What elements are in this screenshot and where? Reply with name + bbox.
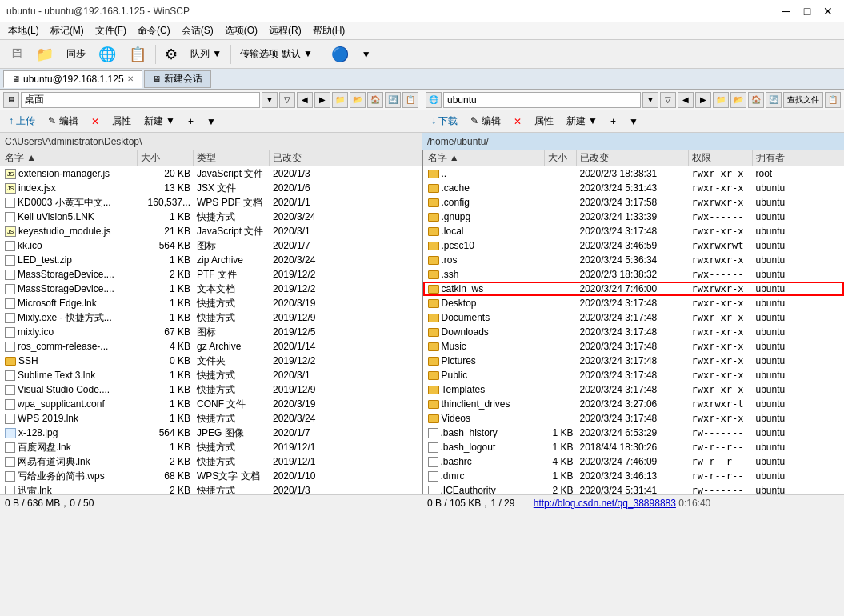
addr-folder2-right[interactable]: 📂: [730, 92, 746, 108]
upload-button[interactable]: ↑ 上传: [3, 113, 41, 130]
right-col-name[interactable]: 名字 ▲: [425, 150, 545, 166]
addr-input-left[interactable]: [21, 92, 260, 108]
menu-session[interactable]: 会话(S): [177, 22, 218, 39]
right-file-row[interactable]: .ros 2020/3/24 5:36:34 rwxrwxr-x ubuntu: [423, 253, 845, 267]
toolbar-transfer[interactable]: 传输选项 默认 ▼: [234, 43, 318, 66]
right-file-row[interactable]: catkin_ws 2020/3/24 7:46:00 rwxrwxr-x ub…: [423, 282, 845, 296]
addr-forward-right[interactable]: ▶: [695, 92, 711, 108]
more-right-button[interactable]: ▼: [623, 113, 644, 130]
left-col-type[interactable]: 类型: [194, 150, 270, 166]
addr-refresh-right[interactable]: 🔄: [766, 92, 782, 108]
addr-copy-left[interactable]: 📋: [402, 92, 418, 108]
addr-dropdown-right[interactable]: ▼: [642, 92, 658, 108]
right-file-row[interactable]: .bash_history 1 KB 2020/3/24 6:53:29 rw-…: [423, 426, 845, 440]
menu-mark[interactable]: 标记(M): [46, 22, 89, 39]
left-file-row[interactable]: Keil uVision5.LNK 1 KB 快捷方式 2020/3/24: [0, 210, 422, 224]
tab-session-ubuntu[interactable]: 🖥 ubuntu@192.168.1.125 ✕: [3, 70, 142, 88]
right-file-row[interactable]: Public 2020/3/24 3:17:48 rwxr-xr-x ubunt…: [423, 368, 845, 382]
left-file-row[interactable]: JSkeyestudio_module.js 21 KB JavaScript …: [0, 224, 422, 238]
window-controls[interactable]: ─ □ ✕: [777, 3, 838, 19]
addr-filter-right[interactable]: ▽: [660, 92, 676, 108]
right-file-row[interactable]: Videos 2020/3/24 3:17:48 rwxr-xr-x ubunt…: [423, 411, 845, 426]
toolbar-btn-2[interactable]: 📁: [30, 43, 59, 66]
tab-new-session[interactable]: 🖥 新建会话: [144, 70, 211, 88]
left-file-row[interactable]: mixly.ico 67 KB 图标 2019/12/5: [0, 325, 422, 339]
right-file-row[interactable]: .local 2020/3/24 3:17:48 rwxr-xr-x ubunt…: [423, 224, 845, 238]
props-right-button[interactable]: 属性: [529, 113, 559, 130]
right-file-row[interactable]: Documents 2020/3/24 3:17:48 rwxr-xr-x ub…: [423, 310, 845, 325]
download-button[interactable]: ↓ 下载: [426, 113, 463, 130]
close-button[interactable]: ✕: [818, 3, 838, 19]
edit-right-button[interactable]: ✎ 编辑: [465, 113, 506, 130]
left-file-row[interactable]: wpa_supplicant.conf 1 KB CONF 文件 2020/3/…: [0, 397, 422, 411]
right-col-perm[interactable]: 权限: [689, 150, 753, 166]
toolbar-icon[interactable]: 🔵: [326, 43, 354, 66]
left-file-row[interactable]: WPS 2019.lnk 1 KB 快捷方式 2020/3/24: [0, 411, 422, 426]
left-file-row[interactable]: x-128.jpg 564 KB JPEG 图像 2020/1/7: [0, 426, 422, 440]
toolbar-settings[interactable]: ⚙: [159, 43, 183, 66]
toolbar-btn-1[interactable]: 🖥: [3, 43, 29, 66]
right-file-row[interactable]: .bash_logout 1 KB 2018/4/4 18:30:26 rw-r…: [423, 440, 845, 454]
right-file-row[interactable]: Templates 2020/3/24 3:17:48 rwxr-xr-x ub…: [423, 382, 845, 397]
left-file-row[interactable]: Microsoft Edge.lnk 1 KB 快捷方式 2020/3/19: [0, 296, 422, 310]
toolbar-sync[interactable]: 同步: [61, 43, 91, 66]
addr-home-left[interactable]: 🏠: [367, 92, 383, 108]
right-file-row[interactable]: .config 2020/3/24 3:17:58 rwxrwxr-x ubun…: [423, 195, 845, 210]
right-file-row[interactable]: thinclient_drives 2020/3/24 3:27:06 rwxr…: [423, 397, 845, 411]
addr-input-right[interactable]: [443, 92, 641, 108]
left-file-row[interactable]: MassStorageDevice.... 1 KB 文本文档 2019/12/…: [0, 282, 422, 296]
addr-filter-left[interactable]: ▽: [279, 92, 295, 108]
left-file-row[interactable]: KD0003 小黄车中文... 160,537... WPS PDF 文档 20…: [0, 195, 422, 210]
menu-help[interactable]: 帮助(H): [308, 22, 350, 39]
addr-folder1-right[interactable]: 📁: [713, 92, 729, 108]
addr-folder2-left[interactable]: 📂: [350, 92, 366, 108]
menu-options[interactable]: 选项(O): [220, 22, 262, 39]
right-file-row[interactable]: .ssh 2020/2/3 18:38:32 rwx------ ubuntu: [423, 267, 845, 282]
toolbar-queue[interactable]: 队列 ▼: [185, 43, 227, 66]
addr-icon-right[interactable]: 🌐: [426, 92, 442, 108]
left-col-size[interactable]: 大小: [138, 150, 194, 166]
menu-command[interactable]: 命令(C): [133, 22, 175, 39]
left-file-row[interactable]: JSextension-manager.js 20 KB JavaScript …: [0, 166, 422, 181]
left-file-row[interactable]: Visual Studio Code.... 1 KB 快捷方式 2019/12…: [0, 382, 422, 397]
maximize-button[interactable]: □: [798, 3, 817, 19]
right-file-row[interactable]: Pictures 2020/3/24 3:17:48 rwxr-xr-x ubu…: [423, 354, 845, 368]
left-file-row[interactable]: JSindex.jsx 13 KB JSX 文件 2020/1/6: [0, 181, 422, 195]
left-file-row[interactable]: Mixly.exe - 快捷方式... 1 KB 快捷方式 2019/12/9: [0, 310, 422, 325]
minimize-button[interactable]: ─: [777, 3, 796, 19]
left-file-list[interactable]: JSextension-manager.js 20 KB JavaScript …: [0, 166, 422, 494]
toolbar-btn-5[interactable]: 📋: [123, 43, 152, 66]
plus-right-button[interactable]: +: [605, 113, 622, 130]
right-col-size[interactable]: 大小: [545, 150, 577, 166]
menu-remote[interactable]: 远程(R): [264, 22, 306, 39]
left-file-row[interactable]: 写给业务的简书.wps 68 KB WPS文字 文档 2020/1/10: [0, 469, 422, 483]
right-file-row[interactable]: Desktop 2020/3/24 3:17:48 rwxr-xr-x ubun…: [423, 296, 845, 310]
right-file-row[interactable]: .gnupg 2020/3/24 1:33:39 rwx------ ubunt…: [423, 210, 845, 224]
new-right-button[interactable]: 新建 ▼: [561, 113, 603, 130]
addr-folder1-left[interactable]: 📁: [332, 92, 348, 108]
left-file-row[interactable]: Sublime Text 3.lnk 1 KB 快捷方式 2020/3/1: [0, 368, 422, 382]
right-file-row[interactable]: .cache 2020/3/24 5:31:43 rwxr-xr-x ubunt…: [423, 181, 845, 195]
left-file-row[interactable]: 迅雷.lnk 2 KB 快捷方式 2020/1/3: [0, 483, 422, 494]
right-file-row[interactable]: .pcsc10 2020/3/24 3:46:59 rwxrwxrwt ubun…: [423, 238, 845, 253]
right-col-owner[interactable]: 拥有者: [753, 150, 843, 166]
right-file-row[interactable]: .dmrc 1 KB 2020/3/24 3:46:13 rw-r--r-- u…: [423, 469, 845, 483]
addr-back-left[interactable]: ◀: [297, 92, 313, 108]
delete-right-button[interactable]: ✕: [508, 113, 527, 130]
new-left-button[interactable]: 新建 ▼: [138, 113, 181, 130]
toolbar-btn-4[interactable]: 🌐: [93, 43, 122, 66]
left-col-name[interactable]: 名字 ▲: [2, 150, 138, 166]
addr-dropdown-left[interactable]: ▼: [262, 92, 278, 108]
plus-left-button[interactable]: +: [182, 113, 199, 130]
left-file-row[interactable]: 百度网盘.lnk 1 KB 快捷方式 2019/12/1: [0, 440, 422, 454]
addr-icon-left[interactable]: 🖥: [3, 92, 19, 108]
addr-forward-left[interactable]: ▶: [314, 92, 330, 108]
addr-back-right[interactable]: ◀: [678, 92, 694, 108]
delete-left-button[interactable]: ✕: [86, 113, 105, 130]
menu-local[interactable]: 本地(L): [3, 22, 44, 39]
props-left-button[interactable]: 属性: [106, 113, 137, 130]
right-file-row[interactable]: .bashrc 4 KB 2020/3/24 7:46:09 rw-r--r--…: [423, 454, 845, 469]
left-file-row[interactable]: SSH 0 KB 文件夹 2019/12/2: [0, 354, 422, 368]
right-file-row[interactable]: Downloads 2020/3/24 3:17:48 rwxr-xr-x ub…: [423, 325, 845, 339]
right-file-row[interactable]: Music 2020/3/24 3:17:48 rwxr-xr-x ubuntu: [423, 339, 845, 354]
